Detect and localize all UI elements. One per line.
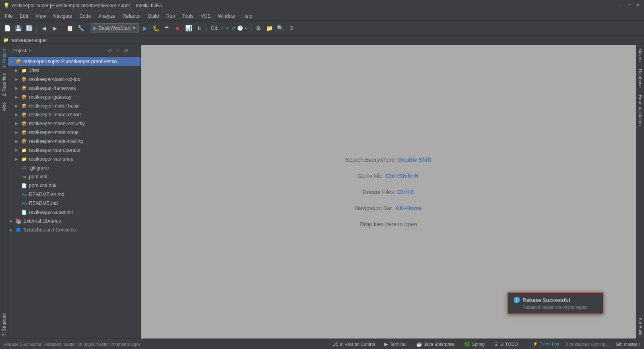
tree-item-model-shop[interactable]: ▶ 📦 restkeeper-model-shop (8, 128, 140, 137)
git-update-icon[interactable]: ✓ (220, 25, 224, 31)
tree-item-basic-xxl[interactable]: ▶ 📦 restkeeper-basic-xxl-job (8, 75, 140, 84)
tree-icon-idea: 📁 (21, 67, 27, 74)
tree-item-vue-shop[interactable]: ▶ 📁 restkeeper-vue-shop (8, 155, 140, 163)
tree-item-ext-libs[interactable]: ▶ 📚 External Libraries (8, 217, 140, 225)
tree-item-root[interactable]: ▼ 📦 restkeeper-super F:\restkeeper-prent… (8, 57, 140, 66)
menu-item-edit[interactable]: Edit (17, 12, 31, 20)
left-tab-structure[interactable]: 7: Structure (1, 311, 7, 339)
maximize-button[interactable]: □ (626, 2, 633, 9)
status-tab-todo[interactable]: ☑ 6: TODO (493, 341, 520, 348)
toolbar-sync-button[interactable]: 🔄 (24, 23, 34, 33)
tree-item-pom[interactable]: m pom.xml (8, 172, 140, 181)
menu-item-run[interactable]: Run (163, 12, 178, 20)
right-tab-database[interactable]: Database (637, 66, 644, 91)
toolbar-btn-8[interactable]: 🖥 (287, 23, 296, 33)
menu-item-analyze[interactable]: Analyze (95, 12, 119, 20)
menu-item-vcs[interactable]: VCS (198, 12, 214, 20)
status-tab-java-enterprise[interactable]: ☕ Java Enterprise (415, 341, 456, 348)
menu-item-code[interactable]: Code (76, 12, 94, 20)
toolbar-open-button[interactable]: 💾 (13, 23, 23, 33)
settings-button[interactable]: ⚙ (254, 23, 264, 33)
left-tab-web[interactable]: Web (1, 100, 7, 114)
right-tab-maven[interactable]: Maven (637, 45, 644, 65)
menu-item-window[interactable]: Window (215, 12, 238, 20)
tree-item-vue-operator[interactable]: ▶ 📁 restkeeper-vue-operator (8, 146, 140, 155)
git-commit-icon[interactable]: ✔ (226, 25, 230, 31)
tree-item-model-report[interactable]: ▶ 📦 restkeeper-model-report (8, 110, 140, 119)
tree-icon-ext-libs: 📚 (15, 218, 22, 224)
tree-label-pom: pom.xml (29, 174, 47, 180)
toolbar-btn-5[interactable]: 📊 (184, 23, 193, 33)
close-panel-icon[interactable]: — (131, 47, 137, 54)
run-config-dropdown[interactable]: ▶ BasicWebStart ▼ (91, 23, 139, 33)
tree-icon-framework: 📦 (21, 85, 27, 91)
settings-icon[interactable]: ⚙ (123, 47, 129, 54)
tree-arrow-idea: ▶ (15, 68, 21, 72)
tree-item-gitignore[interactable]: ⚙ .gitignore (8, 163, 140, 172)
left-tab-project[interactable]: 1: Project (1, 47, 7, 70)
tree-label-model-trading: restkeeper-model-trading (29, 138, 83, 144)
tree-item-readme-en[interactable]: MD README.en.md (8, 190, 140, 199)
git-history-icon[interactable]: 🕐 (237, 25, 243, 31)
status-git-branch[interactable]: Git: master ↕ (616, 342, 641, 347)
tree-arrow-root: ▼ (10, 60, 15, 64)
tree-item-idea[interactable]: ▶ 📁 .idea (8, 66, 140, 75)
tree-icon-scratches: 🔵 (15, 227, 22, 233)
menu-item-navigate[interactable]: Navigate (50, 12, 75, 20)
tree-icon-iml: 📄 (21, 209, 27, 215)
tree-icon-readme: MD (21, 200, 27, 207)
status-tab-spring[interactable]: 🌿 Spring (462, 341, 486, 348)
stop-button[interactable]: ■ (173, 23, 182, 33)
tree-item-model-basic[interactable]: ▶ 📦 restkeeper-model-basic (8, 101, 140, 110)
tree-item-model-security[interactable]: ▶ 📦 restkeeper-model-security (8, 119, 140, 128)
spring-icon: 🌿 (464, 341, 470, 347)
menu-item-view[interactable]: View (32, 12, 49, 20)
minimize-button[interactable]: ─ (618, 2, 625, 9)
toolbar-btn-4[interactable]: 🔧 (76, 23, 85, 33)
toolbar-btn-7[interactable]: 📁 (265, 23, 275, 33)
search-button[interactable]: 🔍 (276, 23, 285, 33)
tree-arrow-scratches: ▶ (10, 228, 15, 232)
debug-button[interactable]: 🐛 (151, 23, 161, 33)
status-tab-version-control[interactable]: ⎇ 9: Version Control (331, 341, 376, 348)
git-revert-icon[interactable]: ↩ (245, 25, 249, 31)
tree-item-scratches[interactable]: ▶ 🔵 Scratches and Consoles (8, 225, 140, 234)
menu-item-refactor[interactable]: Refactor (120, 12, 144, 20)
toolbar-new-button[interactable]: 📄 (2, 23, 12, 33)
tree-label-readme-en: README.en.md (29, 192, 64, 197)
collapse-icon[interactable]: ≡ (115, 47, 121, 54)
notification-popup: i Rebase Successful Rebased master on or… (507, 292, 604, 314)
sync-icon[interactable]: ⊕ (107, 47, 113, 54)
close-button[interactable]: ✕ (634, 2, 641, 9)
toolbar-btn-3[interactable]: 📋 (65, 23, 74, 33)
menu-item-help[interactable]: Help (239, 12, 256, 20)
tree-item-iml[interactable]: 📄 restkeeper-super.iml (8, 208, 140, 217)
tree-label-model-report: restkeeper-model-report (29, 112, 81, 118)
run-button[interactable]: ▶ (140, 23, 150, 33)
toolbar-sep-5 (251, 24, 252, 32)
coverage-button[interactable]: ☂ (162, 23, 171, 33)
tree-item-readme[interactable]: MD README.md (8, 199, 140, 208)
tree-item-pom-bak[interactable]: 📄 pom.xml.bak (8, 181, 140, 190)
right-tab-bean-validation[interactable]: Bean Validation (637, 92, 644, 129)
toolbar-forward-button[interactable]: ▶ (50, 23, 60, 33)
status-tab-terminal[interactable]: ▶ Terminal (383, 341, 408, 348)
tree-item-framework[interactable]: ▶ 📦 restkeeper-framework (8, 84, 140, 93)
toolbar-btn-6[interactable]: ⏸ (194, 23, 204, 33)
toolbar-sep-1 (36, 24, 37, 32)
project-dropdown-arrow[interactable]: ▼ (28, 49, 31, 53)
menu-item-build[interactable]: Build (145, 12, 162, 20)
right-tab-ant-build[interactable]: Ant Build (637, 314, 644, 339)
toolbar-back-button[interactable]: ◀ (39, 23, 49, 33)
left-tab-favorites[interactable]: 2: Favorites (1, 71, 7, 99)
status-event-log[interactable]: ⚡ Event Log (533, 341, 559, 347)
menu-item-tools[interactable]: Tools (179, 12, 197, 20)
terminal-icon: ▶ (384, 341, 388, 347)
tree-item-gateway[interactable]: ▶ 📦 restkeeper-gateway (8, 93, 140, 101)
hint-goto-shortcut: Ctrl+Shift+N (386, 173, 419, 179)
git-branch-icon[interactable]: ↺ (231, 25, 235, 31)
window-controls[interactable]: ─ □ ✕ (618, 2, 641, 9)
tree-icon-model-security: 📦 (21, 120, 27, 127)
menu-item-file[interactable]: File (2, 12, 16, 20)
tree-item-model-trading[interactable]: ▶ 📦 restkeeper-model-trading (8, 137, 140, 146)
